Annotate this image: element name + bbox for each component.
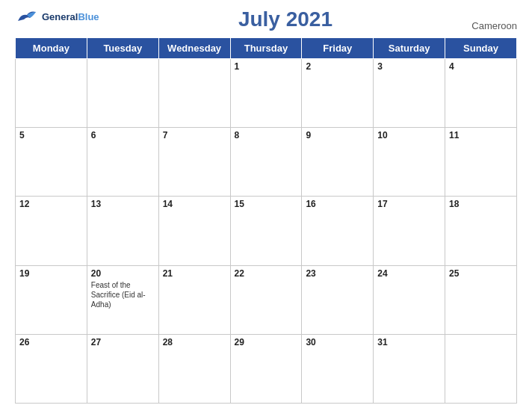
- day-number: 31: [377, 337, 441, 347]
- calendar-cell: 2: [302, 59, 374, 128]
- calendar-table: Monday Tuesday Wednesday Thursday Friday…: [15, 37, 517, 404]
- calendar-cell: 26: [16, 334, 87, 403]
- calendar-week-row: 1234: [16, 59, 517, 128]
- calendar-cell: 18: [445, 197, 517, 265]
- calendar-cell: 5: [16, 128, 87, 197]
- col-tuesday: Tuesday: [87, 38, 158, 59]
- calendar-cell: 28: [158, 334, 230, 403]
- day-number: 16: [306, 199, 369, 209]
- calendar-week-row: 12131415161718: [16, 197, 517, 265]
- calendar-cell: 23: [302, 265, 374, 334]
- calendar-title: July 2021: [238, 7, 332, 31]
- day-number: 25: [449, 268, 513, 279]
- calendar-cell: 12: [16, 197, 87, 265]
- day-number: 8: [235, 130, 298, 140]
- calendar-cell: 24: [374, 265, 445, 334]
- country-label: Cameroon: [471, 20, 517, 31]
- event-text: Feast of the Sacrifice (Eid al-Adha): [91, 280, 155, 309]
- calendar-cell: 21: [158, 265, 230, 334]
- calendar-cell: 25: [445, 265, 517, 334]
- calendar-cell: 16: [302, 197, 374, 265]
- calendar-cell: 10: [374, 128, 445, 197]
- calendar-cell: 19: [16, 265, 87, 334]
- day-number: 7: [163, 130, 226, 140]
- day-number: 20: [91, 268, 155, 279]
- col-sunday: Sunday: [445, 38, 517, 59]
- calendar-cell: 9: [302, 128, 374, 197]
- col-saturday: Saturday: [374, 38, 445, 59]
- calendar-cell: 6: [87, 128, 158, 197]
- page-header: GeneralBlue July 2021 Cameroon: [15, 7, 517, 31]
- day-number: 2: [306, 61, 369, 72]
- calendar-cell: [87, 59, 158, 128]
- calendar-cell: 3: [374, 59, 445, 128]
- calendar-header-row: Monday Tuesday Wednesday Thursday Friday…: [16, 38, 517, 59]
- calendar-cell: 7: [158, 128, 230, 197]
- day-number: 9: [306, 130, 369, 140]
- calendar-cell: 31: [374, 334, 445, 403]
- day-number: 15: [235, 199, 298, 209]
- calendar-cell: 1: [230, 59, 302, 128]
- day-number: 18: [449, 199, 513, 209]
- calendar-cell: 14: [158, 197, 230, 265]
- day-number: 22: [235, 268, 298, 279]
- calendar-cell: 29: [230, 334, 302, 403]
- calendar-week-row: 567891011: [16, 128, 517, 197]
- calendar-cell: 8: [230, 128, 302, 197]
- day-number: 6: [91, 130, 155, 140]
- logo-icon: [15, 7, 39, 25]
- calendar-cell: 30: [302, 334, 374, 403]
- day-number: 24: [377, 268, 441, 279]
- day-number: 30: [306, 337, 369, 347]
- calendar-cell: 27: [87, 334, 158, 403]
- day-number: 12: [19, 199, 83, 209]
- day-number: 5: [19, 130, 83, 140]
- day-number: 28: [163, 337, 226, 347]
- day-number: 19: [19, 268, 83, 279]
- calendar-cell: 22: [230, 265, 302, 334]
- calendar-cell: 20Feast of the Sacrifice (Eid al-Adha): [87, 265, 158, 334]
- logo-text: GeneralBlue: [42, 10, 99, 23]
- calendar-cell: 17: [374, 197, 445, 265]
- day-number: 21: [163, 268, 226, 279]
- day-number: 23: [306, 268, 369, 279]
- day-number: 4: [449, 61, 513, 72]
- day-number: 1: [235, 61, 298, 72]
- day-number: 14: [163, 199, 226, 209]
- calendar-cell: [158, 59, 230, 128]
- calendar-cell: 15: [230, 197, 302, 265]
- calendar-cell: 13: [87, 197, 158, 265]
- day-number: 10: [377, 130, 441, 140]
- col-friday: Friday: [302, 38, 374, 59]
- day-number: 17: [377, 199, 441, 209]
- day-number: 11: [449, 130, 513, 140]
- day-number: 26: [19, 337, 83, 347]
- day-number: 27: [91, 337, 155, 347]
- logo-area: GeneralBlue: [15, 7, 99, 25]
- calendar-cell: [445, 334, 517, 403]
- calendar-week-row: 262728293031: [16, 334, 517, 403]
- day-number: 3: [377, 61, 441, 72]
- day-number: 29: [235, 337, 298, 347]
- calendar-cell: [16, 59, 87, 128]
- col-monday: Monday: [16, 38, 87, 59]
- day-number: 13: [91, 199, 155, 209]
- calendar-cell: 11: [445, 128, 517, 197]
- col-wednesday: Wednesday: [158, 38, 230, 59]
- calendar-week-row: 1920Feast of the Sacrifice (Eid al-Adha)…: [16, 265, 517, 334]
- col-thursday: Thursday: [230, 38, 302, 59]
- calendar-cell: 4: [445, 59, 517, 128]
